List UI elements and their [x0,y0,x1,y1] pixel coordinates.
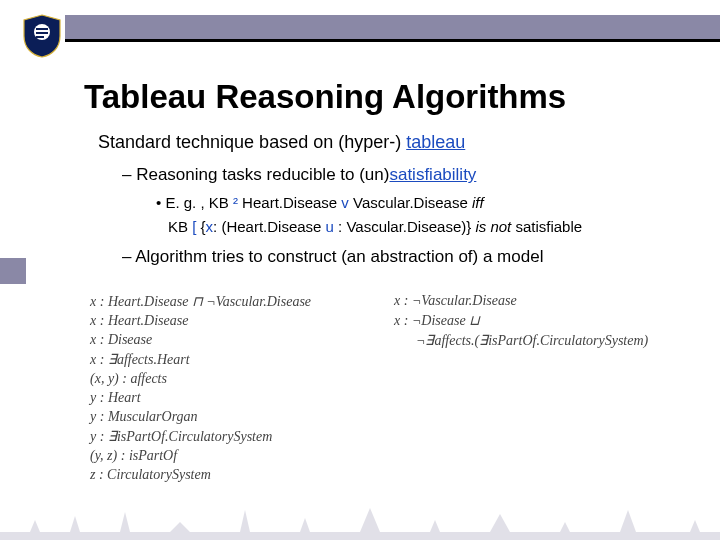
header-underline [65,39,720,42]
svg-rect-2 [36,32,48,34]
formula-row: x : Heart.Disease ⊓ ¬Vascular.Disease [90,293,376,310]
text: satisfiable [511,218,582,235]
left-column: x : Heart.Disease ⊓ ¬Vascular.Disease x … [90,290,376,486]
slide-title: Tableau Reasoning Algorithms [84,78,566,116]
text-isnot: is not [475,218,511,235]
slide-body: Standard technique based on (hyper-) tab… [98,130,680,275]
text: E. g. , KB [165,194,233,211]
text: { [196,218,205,235]
symbol-subclass: v [341,194,349,211]
formula-row: x : ∃affects.Heart [90,351,376,368]
text: Vascular.Disease [349,194,472,211]
text: Standard technique based on (hyper-) [98,132,406,152]
bullet-algorithm: Algorithm tries to construct (an abstrac… [122,246,680,269]
symbol-and: u [326,218,334,235]
svg-rect-3 [36,36,44,38]
text: Algorithm tries to construct (an abstrac… [135,247,543,266]
oxford-crest-icon [22,14,62,58]
slide: Tableau Reasoning Algorithms Standard te… [0,0,720,540]
formula-row: (y, z) : isPartOf [90,448,376,464]
var-x: x [206,218,214,235]
keyword-tableau: tableau [406,132,465,152]
header-bar [65,15,720,39]
text: KB [168,218,192,235]
formula-row: y : MuscularOrgan [90,409,376,425]
text: : (Heart.Disease [213,218,326,235]
svg-rect-1 [36,28,48,30]
formula-row: y : ∃isPartOf.CirculatorySystem [90,428,376,445]
left-accent [0,258,26,284]
formula-row: x : ¬Vascular.Disease [394,293,680,309]
text: Reasoning tasks reducible to (un) [136,165,389,184]
formula-row: x : Disease [90,332,376,348]
formula-row: (x, y) : affects [90,371,376,387]
skyline-icon [0,502,720,540]
example-line-2: KB [ {x: (Heart.Disease u : Vascular.Dis… [168,217,680,237]
formula-row: y : Heart [90,390,376,406]
formula-row: x : Heart.Disease [90,313,376,329]
text: Heart.Disease [238,194,341,211]
formula-row: z : CirculatorySystem [90,467,376,483]
right-column: x : ¬Vascular.Disease x : ¬Disease ⊔ ¬∃a… [394,290,680,486]
formula-row: x : ¬Disease ⊔ [394,312,680,329]
text-iff: iff [472,194,484,211]
footer [0,498,720,540]
text: : Vascular.Disease)} [334,218,475,235]
formula-columns: x : Heart.Disease ⊓ ¬Vascular.Disease x … [90,290,680,486]
line-standard-technique: Standard technique based on (hyper-) tab… [98,130,680,154]
formula-row: ¬∃affects.(∃isPartOf.CirculatorySystem) [394,332,680,349]
keyword-satisfiability: satisfiability [389,165,476,184]
bullet-reducible: Reasoning tasks reducible to (un)satisfi… [122,164,680,187]
example-line-1: E. g. , KB ² Heart.Disease v Vascular.Di… [156,193,680,213]
